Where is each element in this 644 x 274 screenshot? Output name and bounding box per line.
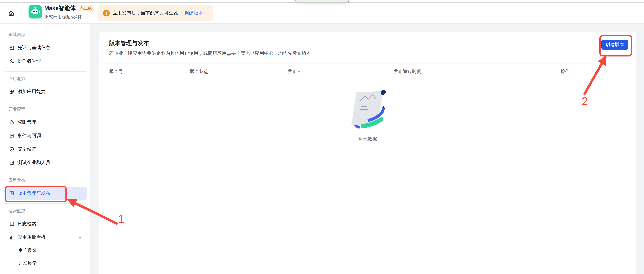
sidebar-divider xyxy=(5,102,86,102)
empty-text: 暂无数据 xyxy=(358,136,377,142)
sidebar-item-label: 安全设置 xyxy=(18,146,36,152)
status-badge: 待上线 xyxy=(78,6,94,11)
lock-icon xyxy=(9,120,14,125)
home-icon xyxy=(8,10,14,17)
credential-icon xyxy=(9,45,14,50)
sidebar-item-test-company[interactable]: 测试企业和人员 xyxy=(0,156,90,170)
page-subtitle: 若企业自建应用需要供企业内其他用户使用，或商店应用需要上架飞书应用中心，均需先发… xyxy=(109,50,626,57)
collaborator-icon xyxy=(9,59,14,64)
column-approved-time: 发布通过时间 xyxy=(393,68,560,74)
empty-state: 暂无数据 xyxy=(99,90,636,142)
topbar-divider xyxy=(21,10,22,18)
sidebar-item-events[interactable]: 事件与回调 xyxy=(0,129,90,143)
sidebar-item-quality-dashboard[interactable]: 应用质量看板 xyxy=(0,231,90,244)
sidebar-item-log-search[interactable]: 日志检索 xyxy=(0,217,90,231)
sidebar-item-label: 版本管理与发布 xyxy=(18,190,50,196)
sidebar-divider xyxy=(5,173,86,173)
alert-icon: ! xyxy=(103,10,110,17)
sidebar: 基础信息 凭证与基础信息 协作者管理 应用能力 添加应用能力 开发配置 xyxy=(0,24,90,274)
sidebar-item-permissions[interactable]: 权限管理 xyxy=(0,116,90,129)
app-meta: Make智能体 待上线 正式应用@超级斜杠 xyxy=(44,4,94,20)
sidebar-item-credentials[interactable]: 凭证与基础信息 xyxy=(0,41,90,54)
version-management-panel: 版本管理与发布 若企业自建应用需要供企业内其他用户使用，或商店应用需要上架飞书应… xyxy=(99,32,636,274)
sidebar-item-label: 应用质量看板 xyxy=(18,234,46,240)
bar-chart-icon xyxy=(9,235,14,240)
sidebar-item-label: 协作者管理 xyxy=(18,58,41,64)
empty-data-illustration xyxy=(348,90,388,133)
sidebar-group-capabilities: 应用能力 xyxy=(8,76,90,82)
sidebar-item-add-capability[interactable]: 添加应用能力 xyxy=(0,85,90,98)
app-window: Make智能体 待上线 正式应用@超级斜杠 ! 应用发布后，当前配置方可生效 创… xyxy=(0,0,644,274)
sidebar-group-publish: 应用发布 xyxy=(8,177,90,183)
app-subtitle: 正式应用@超级斜杠 xyxy=(44,14,94,20)
column-version-status: 版本状态 xyxy=(190,68,287,74)
app-avatar xyxy=(28,5,42,19)
sidebar-item-label: 凭证与基础信息 xyxy=(18,45,50,51)
sidebar-item-label: 测试企业和人员 xyxy=(18,160,50,166)
home-button[interactable] xyxy=(8,10,15,17)
chevron-up-icon[interactable] xyxy=(78,235,82,240)
sidebar-divider xyxy=(5,71,86,72)
shield-check-icon xyxy=(9,147,14,152)
add-capability-icon xyxy=(9,89,14,94)
notice-create-version-link[interactable]: 创建版本 xyxy=(184,10,203,16)
code-box-icon xyxy=(9,160,14,165)
notice-text: 应用发布后，当前配置方可生效 xyxy=(112,10,178,16)
page-title: 版本管理与发布 xyxy=(109,39,626,47)
event-callback-icon xyxy=(9,133,14,139)
robot-icon xyxy=(28,5,42,19)
sidebar-item-label: 权限管理 xyxy=(18,119,36,125)
sidebar-item-version-management[interactable]: 版本管理与发布 xyxy=(4,187,86,200)
sidebar-item-label: 事件与回调 xyxy=(18,133,41,139)
cutoff-green-element xyxy=(295,0,349,2)
sidebar-subitem-dev-quality[interactable]: 开发质量 xyxy=(0,257,90,270)
sidebar-item-security[interactable]: 安全设置 xyxy=(0,143,90,156)
sidebar-item-collaborators[interactable]: 协作者管理 xyxy=(0,54,90,68)
version-table-header: 版本号 版本状态 发布人 发布通过时间 操作 xyxy=(99,64,636,79)
app-name: Make智能体 xyxy=(44,4,76,12)
column-publisher: 发布人 xyxy=(287,68,393,74)
sidebar-group-basic-info: 基础信息 xyxy=(8,32,90,38)
sidebar-item-label: 添加应用能力 xyxy=(18,89,46,95)
create-version-button[interactable]: 创建版本 xyxy=(602,40,628,50)
sidebar-item-label: 日志检索 xyxy=(18,221,36,227)
column-version-number: 版本号 xyxy=(109,68,190,74)
upload-icon xyxy=(9,191,14,196)
sidebar-group-monitoring: 运营监控 xyxy=(8,208,90,214)
sidebar-group-dev-config: 开发配置 xyxy=(8,106,90,112)
log-search-icon xyxy=(9,221,14,227)
publish-notice-banner: ! 应用发布后，当前配置方可生效 创建版本 xyxy=(98,5,214,21)
window-top-divider xyxy=(0,2,644,3)
sidebar-divider xyxy=(5,203,86,204)
column-actions: 操作 xyxy=(560,68,626,74)
top-bar: Make智能体 待上线 正式应用@超级斜杠 ! 应用发布后，当前配置方可生效 创… xyxy=(0,0,644,24)
sidebar-subitem-user-feedback[interactable]: 用户反馈 xyxy=(0,244,90,257)
